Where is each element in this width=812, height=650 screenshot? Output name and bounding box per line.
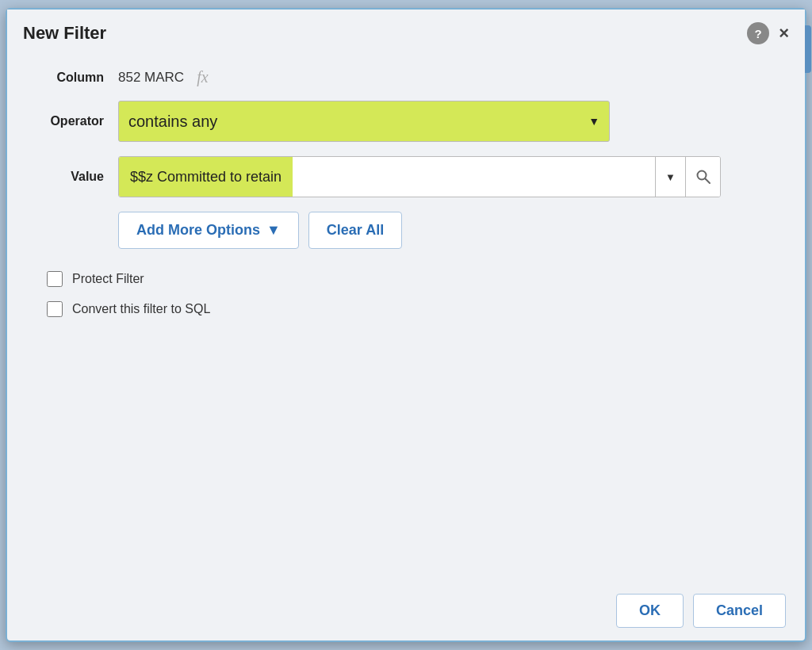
svg-line-1 [705,179,710,184]
value-row: Value $$z Committed to retain ▼ [31,156,781,197]
new-filter-dialog: New Filter ? × Column 852 MARC fx Operat… [6,8,806,642]
close-icon[interactable]: × [779,25,789,42]
dialog-header: New Filter ? × [7,10,805,52]
protect-filter-checkbox[interactable] [47,271,63,287]
value-dropdown-arrow-btn[interactable]: ▼ [655,157,685,197]
action-buttons-row: Add More Options ▼ Clear All [118,212,781,249]
header-controls: ? × [747,22,789,44]
add-more-options-button[interactable]: Add More Options ▼ [118,212,299,249]
dialog-body: Column 852 MARC fx Operator contains any… [7,52,805,581]
cancel-button[interactable]: Cancel [693,594,786,628]
column-label: Column [31,71,118,85]
fx-icon[interactable]: fx [197,68,208,86]
dialog-title: New Filter [23,23,106,44]
operator-value: contains any [128,113,588,131]
ok-button[interactable]: OK [616,594,684,628]
convert-sql-label: Convert this filter to SQL [72,302,210,316]
operator-dropdown-arrow: ▼ [588,115,599,128]
value-input-wrapper: $$z Committed to retain ▼ [118,156,721,197]
operator-label: Operator [31,114,118,128]
protect-filter-label: Protect Filter [72,272,144,286]
value-text: $$z Committed to retain [130,169,282,185]
protect-filter-row: Protect Filter [31,271,781,287]
add-more-dropdown-arrow: ▼ [266,222,281,239]
value-input-space[interactable] [293,157,655,197]
operator-row: Operator contains any ▼ [31,101,781,142]
column-value: 852 MARC [118,70,184,86]
clear-all-button[interactable]: Clear All [308,212,402,249]
dialog-footer: OK Cancel [7,581,805,640]
convert-sql-checkbox[interactable] [47,301,63,317]
operator-select[interactable]: contains any ▼ [118,101,610,142]
value-highlight: $$z Committed to retain [119,157,293,197]
value-label: Value [31,170,118,184]
help-icon[interactable]: ? [747,22,769,44]
right-bar-decoration [805,25,811,73]
column-row: Column 852 MARC fx [31,68,781,86]
convert-sql-row: Convert this filter to SQL [31,301,781,317]
value-search-icon[interactable] [685,157,720,197]
